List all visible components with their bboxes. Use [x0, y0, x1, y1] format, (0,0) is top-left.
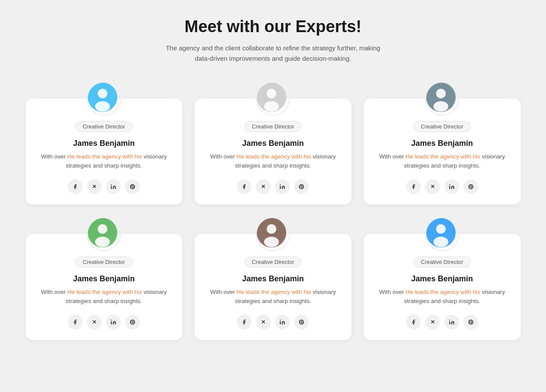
facebook-link-4[interactable] — [68, 315, 83, 329]
twitter-icon: ✕ — [92, 319, 96, 325]
pinterest-icon — [129, 319, 136, 325]
twitter-link-3[interactable]: ✕ — [425, 179, 440, 194]
linkedin-icon — [279, 184, 285, 190]
expert-avatar-2 — [255, 81, 290, 116]
facebook-icon — [241, 319, 247, 325]
svg-point-1 — [98, 89, 107, 98]
expert-bio-4: With over He leads the agency with his v… — [36, 288, 172, 306]
expert-name-6: James Benjamin — [374, 274, 510, 283]
linkedin-icon — [279, 319, 285, 325]
social-links-1: ✕ — [36, 179, 172, 194]
facebook-icon — [72, 319, 78, 325]
svg-point-21 — [267, 224, 276, 234]
linkedin-link-4[interactable] — [106, 315, 121, 329]
page-wrapper: Meet with our Experts! The agency and th… — [9, 17, 537, 340]
pinterest-link-3[interactable] — [463, 179, 478, 194]
linkedin-icon — [449, 319, 455, 325]
expert-card-wrapper-3: Creative Director James Benjamin With ov… — [364, 81, 520, 204]
svg-point-4 — [111, 184, 112, 185]
role-badge-3: Creative Director — [414, 121, 471, 132]
expert-card-wrapper-5: Creative Director James Benjamin With ov… — [195, 217, 351, 340]
twitter-icon: ✕ — [92, 184, 96, 190]
linkedin-icon — [449, 184, 455, 190]
facebook-link-6[interactable] — [406, 315, 421, 329]
facebook-link-2[interactable] — [237, 179, 251, 194]
pinterest-link-6[interactable] — [463, 315, 478, 329]
svg-point-14 — [449, 184, 450, 185]
expert-bio-1: With over He leads the agency with his v… — [36, 152, 172, 171]
pinterest-icon — [298, 184, 304, 190]
expert-bio-6: With over He leads the agency with his v… — [374, 288, 510, 306]
expert-avatar-4 — [86, 217, 121, 251]
bio-highlight-6: He leads the agency with his — [406, 289, 480, 295]
expert-name-2: James Benjamin — [205, 139, 341, 148]
social-links-2: ✕ — [205, 179, 341, 194]
twitter-link-4[interactable]: ✕ — [87, 315, 102, 329]
svg-point-27 — [433, 237, 448, 247]
svg-point-6 — [267, 89, 276, 98]
subtitle-line1: The agency and the client collaborate to… — [166, 44, 381, 52]
pinterest-link-1[interactable] — [125, 179, 140, 194]
expert-bio-2: With over He leads the agency with his v… — [205, 152, 341, 171]
facebook-link-3[interactable] — [406, 179, 421, 194]
svg-point-2 — [95, 101, 110, 112]
svg-point-16 — [98, 224, 107, 234]
pinterest-link-5[interactable] — [294, 315, 309, 329]
expert-bio-5: With over He leads the agency with his v… — [205, 288, 341, 306]
facebook-icon — [241, 184, 247, 190]
expert-card-wrapper-4: Creative Director James Benjamin With ov… — [26, 217, 182, 340]
svg-point-7 — [264, 101, 279, 112]
page-header: Meet with our Experts! The agency and th… — [9, 17, 537, 64]
facebook-icon — [410, 319, 417, 325]
expert-bio-3: With over He leads the agency with his v… — [374, 152, 510, 171]
twitter-icon: ✕ — [261, 184, 265, 190]
svg-rect-18 — [111, 321, 112, 324]
social-links-5: ✕ — [205, 315, 341, 329]
pinterest-icon — [468, 319, 474, 325]
svg-point-26 — [436, 224, 446, 234]
twitter-icon: ✕ — [261, 319, 265, 325]
expert-name-4: James Benjamin — [36, 274, 172, 283]
linkedin-link-6[interactable] — [444, 315, 459, 329]
social-links-3: ✕ — [374, 179, 510, 194]
svg-rect-23 — [280, 321, 281, 324]
facebook-link-5[interactable] — [237, 315, 251, 329]
expert-avatar-1 — [86, 81, 121, 116]
svg-point-11 — [436, 89, 446, 98]
expert-avatar-6 — [425, 217, 460, 251]
twitter-link-2[interactable]: ✕ — [256, 179, 271, 194]
twitter-icon: ✕ — [430, 184, 435, 190]
expert-card-wrapper-1: Creative Director James Benjamin With ov… — [26, 81, 182, 204]
svg-point-22 — [264, 237, 279, 247]
social-links-6: ✕ — [374, 315, 510, 329]
pinterest-icon — [298, 319, 304, 325]
facebook-link-1[interactable] — [68, 179, 83, 194]
linkedin-link-1[interactable] — [106, 179, 121, 194]
role-badge-6: Creative Director — [414, 257, 471, 267]
twitter-link-5[interactable]: ✕ — [256, 315, 271, 329]
pinterest-icon — [129, 184, 136, 190]
svg-rect-3 — [111, 186, 112, 189]
pinterest-icon — [468, 184, 474, 190]
twitter-link-6[interactable]: ✕ — [425, 315, 440, 329]
svg-point-19 — [111, 320, 112, 320]
role-badge-5: Creative Director — [245, 257, 302, 267]
expert-name-1: James Benjamin — [36, 139, 172, 148]
bio-highlight-3: He leads the agency with his — [406, 153, 480, 160]
pinterest-link-2[interactable] — [294, 179, 309, 194]
twitter-icon: ✕ — [430, 319, 435, 325]
bio-highlight-4: He leads the agency with his — [67, 289, 142, 295]
svg-point-29 — [449, 320, 450, 320]
svg-rect-28 — [449, 321, 450, 324]
svg-point-24 — [280, 320, 281, 320]
linkedin-link-2[interactable] — [275, 179, 290, 194]
expert-avatar-3 — [425, 81, 460, 116]
facebook-icon — [410, 184, 417, 190]
linkedin-link-3[interactable] — [444, 179, 459, 194]
linkedin-link-5[interactable] — [275, 315, 290, 329]
expert-avatar-5 — [255, 217, 290, 251]
bio-highlight-2: He leads the agency with his — [236, 153, 311, 160]
expert-card-wrapper-2: Creative Director James Benjamin With ov… — [195, 81, 351, 204]
twitter-link-1[interactable]: ✕ — [87, 179, 102, 194]
pinterest-link-4[interactable] — [125, 315, 140, 329]
